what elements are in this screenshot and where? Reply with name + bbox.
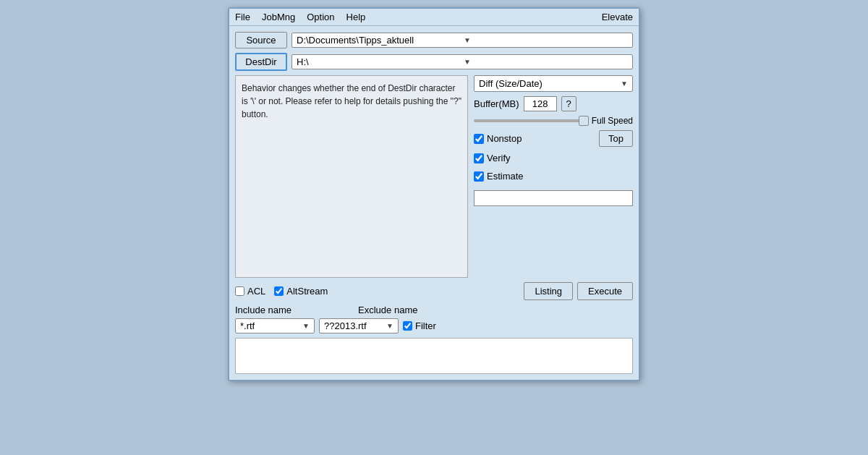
include-dropdown[interactable]: *.rtf ▼ bbox=[235, 318, 315, 333]
filter-row-checkbox: Filter bbox=[403, 320, 436, 331]
filter-label: Filter bbox=[415, 320, 436, 331]
help-button[interactable]: ? bbox=[561, 96, 576, 111]
menu-left: File JobMng Option Help bbox=[235, 12, 365, 22]
include-dropdown-arrow: ▼ bbox=[302, 322, 310, 330]
right-panel: Diff (Size/Date) ▼ Buffer(MB) ? Full Spe… bbox=[474, 75, 633, 278]
estimate-label: Estimate bbox=[487, 171, 524, 182]
speed-section: Full Speed bbox=[474, 116, 633, 126]
verify-checkbox[interactable] bbox=[474, 153, 484, 163]
description-box: Behavior changes whether the end of Dest… bbox=[235, 75, 468, 278]
verify-label: Verify bbox=[487, 153, 511, 163]
exclude-label: Exclude name bbox=[358, 305, 417, 315]
nonstop-checkbox-row: Nonstop bbox=[474, 133, 522, 144]
app-window: File JobMng Option Help Elevate Source D… bbox=[228, 7, 640, 381]
menu-help[interactable]: Help bbox=[346, 12, 366, 22]
destdir-button[interactable]: DestDir bbox=[235, 53, 287, 71]
diff-dropdown[interactable]: Diff (Size/Date) ▼ bbox=[474, 75, 633, 92]
main-content: Source D:\Documents\Tipps_aktuell ▼ Dest… bbox=[229, 26, 639, 380]
menu-elevate[interactable]: Elevate bbox=[602, 12, 633, 22]
execute-button[interactable]: Execute bbox=[577, 282, 633, 300]
speed-label: Full Speed bbox=[592, 116, 633, 126]
exclude-value: ??2013.rtf bbox=[324, 320, 367, 331]
exclude-dropdown-arrow: ▼ bbox=[386, 322, 393, 330]
altstream-row: AltStream bbox=[274, 286, 328, 297]
destdir-path-dropdown[interactable]: H:\ ▼ bbox=[292, 54, 633, 69]
estimate-row: Estimate bbox=[474, 171, 633, 182]
altstream-label: AltStream bbox=[286, 286, 328, 297]
acl-label: ACL bbox=[247, 286, 265, 297]
middle-section: Behavior changes whether the end of Dest… bbox=[235, 75, 633, 278]
source-dropdown-arrow: ▼ bbox=[464, 36, 628, 44]
source-path-dropdown[interactable]: D:\Documents\Tipps_aktuell ▼ bbox=[292, 33, 633, 48]
top-button[interactable]: Top bbox=[599, 130, 633, 147]
include-label: Include name bbox=[235, 305, 292, 315]
filter-row: *.rtf ▼ ??2013.rtf ▼ Filter bbox=[235, 318, 633, 333]
menu-jobmng[interactable]: JobMng bbox=[262, 12, 295, 22]
verify-row: Verify bbox=[474, 153, 633, 163]
destdir-dropdown-arrow: ▼ bbox=[464, 58, 628, 66]
include-exclude-labels-row: Include name Exclude name bbox=[235, 305, 633, 315]
include-value: *.rtf bbox=[240, 320, 255, 331]
nonstop-label: Nonstop bbox=[487, 133, 522, 144]
empty-field bbox=[474, 190, 633, 206]
buffer-label: Buffer(MB) bbox=[474, 98, 519, 109]
buffer-row: Buffer(MB) ? bbox=[474, 96, 633, 111]
filter-checkbox[interactable] bbox=[403, 321, 412, 331]
source-row: Source D:\Documents\Tipps_aktuell ▼ bbox=[235, 32, 633, 48]
exclude-dropdown[interactable]: ??2013.rtf ▼ bbox=[319, 318, 399, 333]
source-button[interactable]: Source bbox=[235, 32, 287, 48]
bottom-row: ACL AltStream Listing Execute bbox=[235, 282, 633, 300]
nonstop-checkbox[interactable] bbox=[474, 134, 484, 144]
altstream-checkbox[interactable] bbox=[274, 286, 284, 296]
log-area bbox=[235, 338, 633, 374]
buffer-value-input[interactable] bbox=[524, 96, 557, 111]
source-path-value: D:\Documents\Tipps_aktuell bbox=[297, 35, 461, 46]
menu-option[interactable]: Option bbox=[307, 12, 334, 22]
destdir-path-value: H:\ bbox=[297, 56, 461, 67]
menu-bar: File JobMng Option Help Elevate bbox=[229, 9, 639, 26]
listing-button[interactable]: Listing bbox=[524, 282, 573, 300]
estimate-checkbox[interactable] bbox=[474, 171, 484, 182]
destdir-row: DestDir H:\ ▼ bbox=[235, 53, 633, 71]
menu-file[interactable]: File bbox=[235, 12, 250, 22]
speed-slider[interactable] bbox=[474, 119, 589, 122]
nonstop-row: Nonstop Top bbox=[474, 130, 633, 147]
acl-row: ACL bbox=[235, 286, 265, 297]
action-buttons: Listing Execute bbox=[524, 282, 633, 300]
diff-dropdown-arrow: ▼ bbox=[621, 80, 628, 88]
diff-value: Diff (Size/Date) bbox=[479, 78, 542, 89]
speed-slider-container: Full Speed bbox=[474, 116, 633, 126]
description-text: Behavior changes whether the end of Dest… bbox=[242, 83, 461, 119]
acl-checkbox[interactable] bbox=[235, 286, 244, 296]
